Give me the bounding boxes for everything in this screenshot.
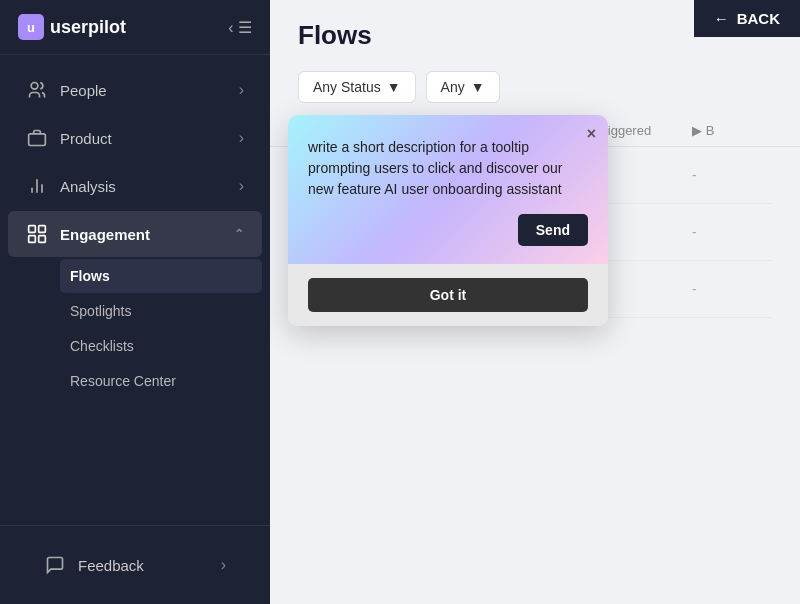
sidebar-header: u userpilot ‹ ☰ bbox=[0, 0, 270, 55]
product-icon bbox=[26, 127, 48, 149]
close-icon[interactable]: × bbox=[587, 125, 596, 143]
nav-items: People Product Analysis bbox=[0, 55, 270, 525]
collapse-icon: ‹ ☰ bbox=[228, 18, 252, 37]
dropdown-arrow-icon: ▼ bbox=[387, 79, 401, 95]
row-extra: - bbox=[692, 224, 772, 240]
filters-bar: Any Status ▼ Any ▼ bbox=[270, 63, 800, 115]
got-it-button[interactable]: Got it bbox=[308, 278, 588, 312]
sidebar-item-spotlights[interactable]: Spotlights bbox=[60, 294, 262, 328]
tooltip-description: write a short description for a tooltip … bbox=[308, 137, 588, 200]
logo-text: userpilot bbox=[50, 17, 126, 38]
sidebar-item-product-label: Product bbox=[60, 130, 227, 147]
chevron-right-icon bbox=[239, 129, 244, 147]
sidebar: u userpilot ‹ ☰ People Produ bbox=[0, 0, 270, 604]
sidebar-item-analysis-label: Analysis bbox=[60, 178, 227, 195]
logo-icon: u bbox=[18, 14, 44, 40]
row-extra: - bbox=[692, 167, 772, 183]
tooltip-bottom: Got it bbox=[288, 264, 608, 326]
tooltip-popup: × write a short description for a toolti… bbox=[288, 115, 608, 326]
logo[interactable]: u userpilot bbox=[18, 14, 126, 40]
sidebar-item-engagement-label: Engagement bbox=[60, 226, 222, 243]
dropdown-arrow-icon: ▼ bbox=[471, 79, 485, 95]
sub-nav-engagement: Flows Spotlights Checklists Resource Cen… bbox=[0, 259, 270, 398]
sidebar-item-feedback[interactable]: Feedback bbox=[26, 542, 244, 588]
sidebar-item-checklists[interactable]: Checklists bbox=[60, 329, 262, 363]
svg-rect-1 bbox=[29, 134, 46, 146]
chevron-right-icon bbox=[221, 556, 226, 574]
people-icon bbox=[26, 79, 48, 101]
sidebar-footer: Feedback bbox=[0, 525, 270, 604]
svg-rect-5 bbox=[29, 226, 36, 233]
back-button[interactable]: ← BACK bbox=[694, 0, 800, 37]
send-icon: ▶ bbox=[692, 123, 702, 138]
svg-point-0 bbox=[31, 83, 38, 90]
sidebar-item-flows[interactable]: Flows bbox=[60, 259, 262, 293]
sidebar-toggle[interactable]: ‹ ☰ bbox=[228, 18, 252, 37]
svg-rect-8 bbox=[39, 236, 46, 243]
svg-rect-7 bbox=[29, 236, 36, 243]
engagement-icon bbox=[26, 223, 48, 245]
sidebar-item-analysis[interactable]: Analysis bbox=[8, 163, 262, 209]
analysis-icon bbox=[26, 175, 48, 197]
back-arrow-icon: ← bbox=[714, 10, 729, 27]
tooltip-gradient-area: × write a short description for a toolti… bbox=[288, 115, 608, 264]
svg-rect-6 bbox=[39, 226, 46, 233]
chevron-up-icon: ⌃ bbox=[234, 227, 244, 241]
chevron-right-icon bbox=[239, 177, 244, 195]
sidebar-item-engagement[interactable]: Engagement ⌃ bbox=[8, 211, 262, 257]
chevron-right-icon bbox=[239, 81, 244, 99]
status-filter[interactable]: Any Status ▼ bbox=[298, 71, 416, 103]
sidebar-item-feedback-label: Feedback bbox=[78, 557, 209, 574]
send-button[interactable]: Send bbox=[518, 214, 588, 246]
row-extra: - bbox=[692, 281, 772, 297]
feedback-icon bbox=[44, 554, 66, 576]
sidebar-item-product[interactable]: Product bbox=[8, 115, 262, 161]
sidebar-item-people[interactable]: People bbox=[8, 67, 262, 113]
main-content: ← BACK Flows Any Status ▼ Any ▼ Status △… bbox=[270, 0, 800, 604]
col-extra-header: ▶ B bbox=[692, 123, 772, 138]
sidebar-item-people-label: People bbox=[60, 82, 227, 99]
any-filter[interactable]: Any ▼ bbox=[426, 71, 500, 103]
sidebar-item-resource-center[interactable]: Resource Center bbox=[60, 364, 262, 398]
